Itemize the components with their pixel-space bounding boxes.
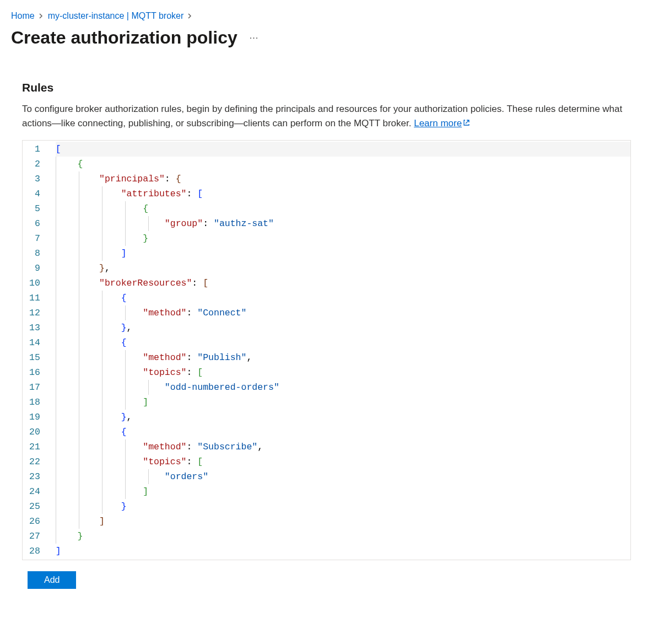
- line-number: 25: [29, 499, 40, 514]
- learn-more-link[interactable]: Learn more: [414, 118, 470, 128]
- breadcrumb-home[interactable]: Home: [11, 11, 35, 21]
- line-number: 12: [29, 305, 40, 320]
- line-number: 7: [29, 231, 40, 246]
- line-number: 5: [29, 201, 40, 216]
- external-link-icon: [463, 116, 470, 131]
- page-title: Create authorization policy: [11, 28, 238, 48]
- line-number: 1: [29, 142, 40, 157]
- code-body[interactable]: [ { "principals": { "attributes": [ { "g…: [50, 141, 630, 560]
- line-number: 11: [29, 291, 40, 305]
- line-number: 10: [29, 276, 40, 291]
- chevron-right-icon: [39, 12, 44, 20]
- chevron-right-icon: [188, 12, 192, 20]
- line-number: 13: [29, 320, 40, 335]
- line-number: 20: [29, 425, 40, 439]
- line-number: 21: [29, 439, 40, 454]
- line-number: 24: [29, 484, 40, 499]
- code-editor[interactable]: 1234567891011121314151617181920212223242…: [22, 140, 631, 560]
- breadcrumb-cluster[interactable]: my-cluster-instance | MQTT broker: [48, 11, 184, 21]
- line-number: 26: [29, 514, 40, 529]
- line-number: 17: [29, 380, 40, 395]
- line-number: 3: [29, 171, 40, 186]
- line-number: 6: [29, 216, 40, 231]
- line-number-gutter: 1234567891011121314151617181920212223242…: [23, 141, 50, 560]
- line-number: 23: [29, 469, 40, 484]
- line-number: 2: [29, 157, 40, 171]
- more-actions-icon[interactable]: ···: [247, 31, 261, 45]
- line-number: 19: [29, 410, 40, 425]
- line-number: 8: [29, 246, 40, 261]
- line-number: 27: [29, 529, 40, 544]
- line-number: 9: [29, 261, 40, 276]
- rules-heading: Rules: [22, 81, 631, 94]
- line-number: 28: [29, 544, 40, 559]
- line-number: 16: [29, 365, 40, 380]
- line-number: 18: [29, 395, 40, 410]
- add-button[interactable]: Add: [28, 571, 76, 589]
- breadcrumb: Home my-cluster-instance | MQTT broker: [11, 11, 642, 21]
- line-number: 14: [29, 335, 40, 350]
- rules-description: To configure broker authorization rules,…: [22, 102, 631, 130]
- line-number: 22: [29, 454, 40, 469]
- page-header: Create authorization policy ···: [11, 28, 642, 48]
- line-number: 15: [29, 350, 40, 365]
- line-number: 4: [29, 186, 40, 201]
